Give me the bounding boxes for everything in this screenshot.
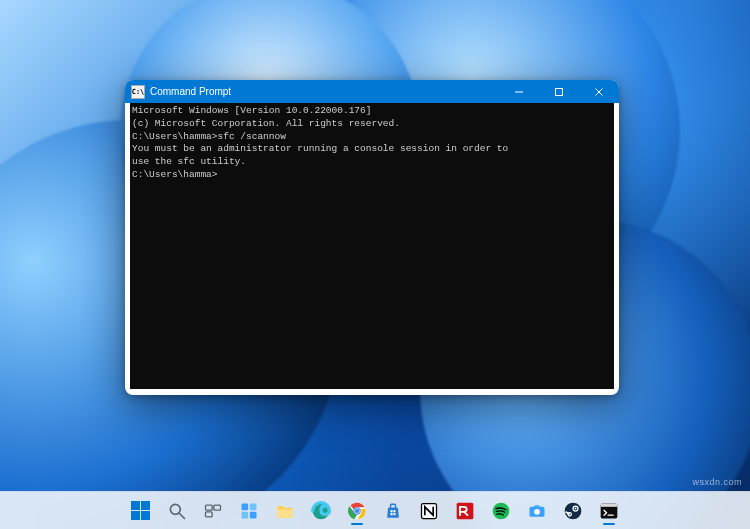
svg-rect-20 [391,510,393,512]
desktop-wallpaper: C:\ Command Prompt Microsoft Windows [Ve… [0,0,750,529]
svg-rect-12 [250,511,257,518]
command-prompt-icon: C:\ [131,85,145,99]
svg-point-18 [355,508,359,512]
svg-line-5 [180,513,185,518]
taskbar-edge-button[interactable] [305,495,337,527]
terminal-output[interactable]: Microsoft Windows [Version 10.0.22000.17… [130,103,614,389]
svg-rect-11 [242,511,249,518]
svg-rect-22 [391,513,393,515]
svg-rect-19 [391,504,396,508]
svg-point-31 [575,507,577,509]
terminal-line: (c) Microsoft Corporation. All rights re… [132,118,612,131]
file-explorer-icon [275,501,295,521]
terminal-line: C:\Users\hamma>sfc /scannow [132,131,612,144]
taskbar-taskview-button[interactable] [197,495,229,527]
taskbar-command-prompt-button[interactable] [593,495,625,527]
taskbar-widgets-button[interactable] [233,495,265,527]
close-button[interactable] [579,80,619,103]
svg-point-28 [534,508,540,514]
widgets-icon [239,501,259,521]
terminal-line: You must be an administrator running a c… [132,143,612,156]
chrome-icon [347,501,367,521]
taskbar-notion-button[interactable] [413,495,445,527]
search-icon [167,501,187,521]
command-prompt-icon [599,501,619,521]
taskbar [0,491,750,529]
taskbar-camera-button[interactable] [521,495,553,527]
svg-rect-10 [250,503,257,510]
store-icon [383,501,403,521]
svg-rect-7 [214,505,221,510]
svg-rect-23 [393,513,395,515]
taskbar-steam-button[interactable] [557,495,589,527]
close-icon [594,87,604,97]
svg-rect-21 [393,510,395,512]
titlebar[interactable]: C:\ Command Prompt [125,80,619,103]
task-view-icon [203,501,223,521]
taskbar-chrome-button[interactable] [341,495,373,527]
terminal-line: Microsoft Windows [Version 10.0.22000.17… [132,105,612,118]
taskbar-search-button[interactable] [161,495,193,527]
svg-rect-6 [206,505,213,510]
svg-rect-35 [601,503,618,506]
minimize-button[interactable] [499,80,539,103]
taskbar-start-button[interactable] [125,495,157,527]
svg-rect-9 [242,503,249,510]
maximize-button[interactable] [539,80,579,103]
window-title: Command Prompt [150,86,231,97]
notion-icon [419,501,439,521]
svg-point-29 [565,502,582,519]
radeon-icon [455,501,475,521]
taskbar-radeon-button[interactable] [449,495,481,527]
minimize-icon [514,87,524,97]
svg-rect-13 [278,509,293,517]
spotify-icon [491,501,511,521]
watermark-text: wsxdn.com [692,477,742,487]
camera-icon [527,501,547,521]
svg-rect-1 [556,88,563,95]
windows-logo-icon [131,501,151,521]
taskbar-spotify-button[interactable] [485,495,517,527]
svg-point-4 [170,504,180,514]
command-prompt-window[interactable]: C:\ Command Prompt Microsoft Windows [Ve… [125,80,619,395]
terminal-line: use the sfc utility. [132,156,612,169]
taskbar-store-button[interactable] [377,495,409,527]
edge-icon [311,501,331,521]
terminal-line: C:\Users\hamma> [132,169,612,182]
steam-icon [563,501,583,521]
maximize-icon [554,87,564,97]
svg-rect-8 [206,511,213,516]
taskbar-file-explorer-button[interactable] [269,495,301,527]
